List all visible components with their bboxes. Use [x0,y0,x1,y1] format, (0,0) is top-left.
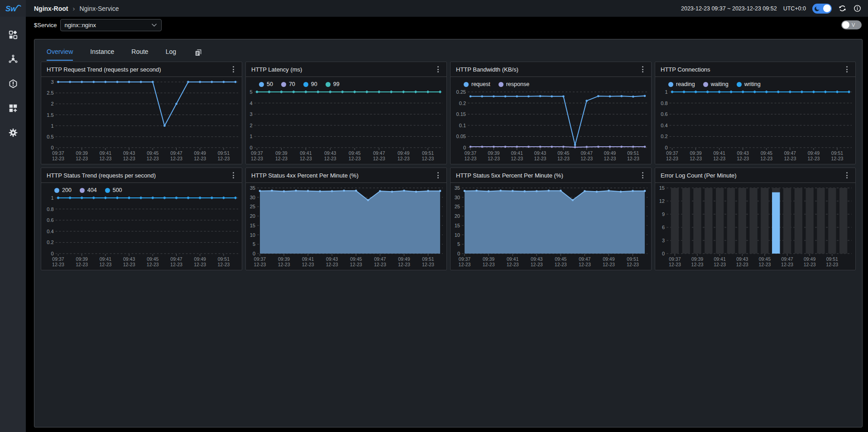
svg-text:09:4112-23: 09:4112-23 [507,256,519,267]
svg-text:09:3912-23: 09:3912-23 [483,256,495,267]
chart-card: Error Log Count (Per Minute) 0369121509:… [655,168,856,270]
svg-text:09:5112-23: 09:5112-23 [831,150,844,161]
legend-dot-icon [464,82,469,87]
chart-menu-button[interactable] [843,65,851,74]
svg-text:3: 3 [51,79,53,85]
svg-text:12: 12 [659,198,665,204]
legend-item[interactable]: writing [737,81,761,87]
svg-text:09:4912-23: 09:4912-23 [807,150,820,161]
legend-item[interactable]: 500 [105,187,122,193]
service-label: $Service [34,22,57,29]
sidebar [0,17,26,432]
chart-canvas[interactable]: 0510152025303509:3712-2309:3912-2309:411… [451,184,649,270]
chart-card-header: HTTP Status Trend (requests per second) [41,168,242,183]
svg-text:09:3712-23: 09:3712-23 [666,150,678,161]
tab-route[interactable]: Route [131,48,148,61]
legend-item[interactable]: reading [668,81,695,87]
svg-text:09:4912-23: 09:4912-23 [804,256,816,267]
svg-text:09:4112-23: 09:4112-23 [99,150,111,161]
chart-menu-button[interactable] [229,171,237,180]
svg-text:09:4112-23: 09:4112-23 [302,256,314,267]
refresh-icon[interactable] [838,4,847,13]
chart-menu-button[interactable] [638,65,647,74]
sidebar-item-dashboards[interactable] [3,25,23,44]
chart-canvas[interactable]: 00.20.40.60.8109:3712-2309:3912-2309:411… [656,88,854,164]
chart-canvas[interactable]: 0510152025303509:3712-2309:3912-2309:411… [247,184,445,270]
dashboard-icon [8,30,18,40]
sidebar-item-topology[interactable] [3,49,23,69]
chart-card-header: HTTP Status 4xx Percent Per Minute (%) [246,168,446,183]
chart-card: HTTP Status 4xx Percent Per Minute (%) 0… [245,168,447,270]
svg-text:09:4312-23: 09:4312-23 [123,150,135,161]
sidebar-item-alerting[interactable] [3,74,23,93]
legend-item[interactable]: waiting [703,81,729,87]
svg-text:09:4912-23: 09:4912-23 [194,150,206,161]
chart-menu-button[interactable] [434,171,442,180]
svg-text:0: 0 [665,145,667,150]
svg-text:0.05: 0.05 [456,134,466,139]
time-range-picker[interactable]: 2023-12-23 09:37 ~ 2023-12-23 09:52 [681,5,777,12]
chart-card-header: Error Log Count (Per Minute) [655,168,855,183]
chart-canvas[interactable]: 00.050.10.150.20.2509:3712-2309:3912-230… [451,88,649,164]
svg-text:09:3712-23: 09:3712-23 [465,150,477,161]
legend-label: reading [676,81,695,87]
svg-text:09:4112-23: 09:4112-23 [99,256,111,267]
tab-widgets-button[interactable] [193,48,203,58]
chart-card-body: 00.511.522.5309:3712-2309:3912-2309:4112… [41,77,242,164]
tab-overview[interactable]: Overview [47,48,73,61]
legend-item[interactable]: request [464,81,490,87]
chart-menu-button[interactable] [843,171,851,180]
info-icon[interactable] [853,4,862,13]
chart-canvas[interactable]: 00.20.40.60.8109:3712-2309:3912-2309:411… [42,194,240,270]
legend-item[interactable]: 70 [281,81,295,87]
legend-item[interactable]: 99 [326,81,340,87]
chart-legend: 50709099 [247,78,445,88]
chart-title: HTTP Status 4xx Percent Per Minute (%) [251,172,434,179]
chart-card-header: HTTP Status 5xx Percent Per Minute (%) [451,168,651,183]
chart-canvas[interactable]: 01234509:3712-2309:3912-2309:4112-2309:4… [247,88,445,164]
svg-text:09:4512-23: 09:4512-23 [349,150,361,161]
chart-plot: 00.20.40.60.8109:3712-2309:3912-2309:411… [42,194,240,270]
svg-text:09:4712-23: 09:4712-23 [373,150,385,161]
chart-canvas[interactable]: 0369121509:3712-2309:3912-2309:4112-2309… [656,184,854,270]
legend-item[interactable]: 90 [303,81,317,87]
chart-menu-button[interactable] [434,65,442,74]
svg-text:30: 30 [455,195,460,200]
tab-log[interactable]: Log [166,48,176,61]
edit-mode-toggle[interactable]: V [841,20,862,29]
legend-label: 90 [311,81,317,87]
legend-dot-icon [80,188,85,193]
alerting-icon [8,79,18,89]
app-logo[interactable]: Sw [0,0,26,17]
svg-text:0: 0 [457,251,460,256]
svg-text:1: 1 [51,123,53,129]
svg-text:09:3712-23: 09:3712-23 [251,150,263,161]
service-select[interactable]: nginx::nginx [60,19,162,31]
chart-plot: 0510152025303509:3712-2309:3912-2309:411… [247,184,445,270]
svg-text:1.5: 1.5 [47,112,53,118]
chart-canvas[interactable]: 00.511.522.5309:3712-2309:3912-2309:4112… [42,78,240,164]
breadcrumb-current[interactable]: Nginx-Service [79,5,119,12]
toggle-knob [842,21,849,29]
chart-card-header: HTTP Connections [655,62,855,77]
svg-text:2.5: 2.5 [47,90,53,96]
sidebar-item-marketplace[interactable] [3,98,23,118]
legend-item[interactable]: 200 [54,187,72,193]
svg-text:10: 10 [455,232,460,238]
tab-instance[interactable]: Instance [90,48,114,61]
breadcrumb-root[interactable]: Nginx-Root [34,5,68,12]
chart-card: HTTP Connections readingwaitingwriting 0… [655,62,856,164]
svg-text:0.25: 0.25 [456,89,466,95]
dark-mode-toggle[interactable] [812,4,832,14]
chart-menu-button[interactable] [229,65,237,74]
svg-text:0.5: 0.5 [47,134,53,139]
legend-item[interactable]: 50 [259,81,273,87]
svg-text:09:3712-23: 09:3712-23 [254,256,266,267]
chart-menu-button[interactable] [638,171,647,180]
legend-item[interactable]: response [499,81,529,87]
svg-text:09:4512-23: 09:4512-23 [758,256,771,267]
legend-item[interactable]: 404 [80,187,97,193]
sidebar-item-settings[interactable] [3,123,23,142]
svg-text:0.2: 0.2 [661,134,667,139]
chart-card-body: requestresponse 00.050.10.150.20.2509:37… [451,77,651,164]
